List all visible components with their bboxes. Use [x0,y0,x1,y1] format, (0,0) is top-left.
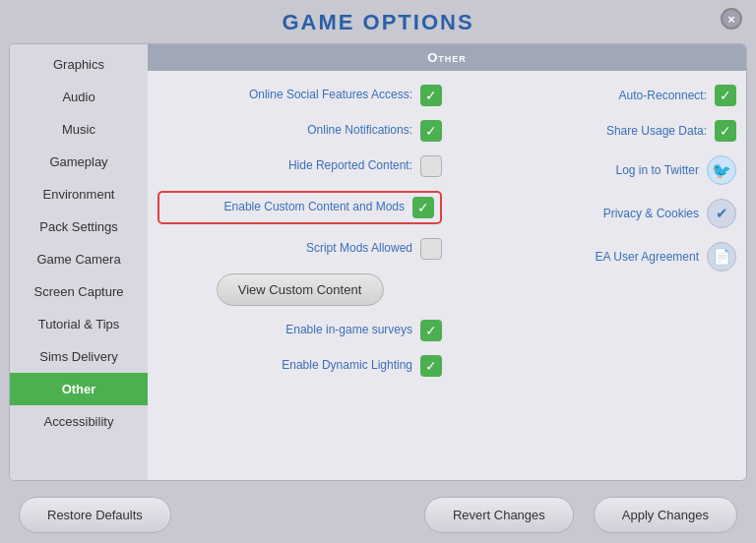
hide-reported-row: Hide Reported Content: [158,155,442,177]
online-notifications-label: Online Notifications: [307,123,412,139]
sidebar-item-sims-delivery[interactable]: Sims Delivery [10,340,148,373]
sidebar-item-environment[interactable]: Environment [10,178,148,211]
settings-grid: Online Social Features Access: ✓ Online … [148,71,746,480]
enable-custom-content-checkbox[interactable]: ✓ [412,197,434,218]
view-custom-content-button[interactable]: View Custom Content [217,273,384,306]
sidebar-item-graphics[interactable]: Graphics [10,48,148,81]
page-title: Game Options [282,10,473,35]
share-usage-row: Share Usage Data: ✓ [452,120,736,142]
hide-reported-checkbox[interactable] [420,155,442,177]
sidebar-item-game-camera[interactable]: Game Camera [10,243,148,275]
close-button[interactable]: × [721,8,742,30]
sidebar-item-music[interactable]: Music [10,113,148,146]
enable-custom-content-row: Enable Custom Content and Mods ✓ [158,191,442,224]
ingame-surveys-checkbox[interactable]: ✓ [420,320,442,341]
login-twitter-button[interactable]: 🐦 [707,155,736,185]
script-mods-label: Script Mods Allowed [306,241,412,257]
dynamic-lighting-label: Enable Dynamic Lighting [282,358,412,374]
ea-user-agreement-label: EA User Agreement [596,250,699,264]
apply-changes-button[interactable]: Apply Changes [594,497,737,533]
sidebar-item-accessibility[interactable]: Accessibility [10,405,148,438]
ingame-surveys-label: Enable in-game surveys [285,323,412,338]
online-social-checkbox[interactable]: ✓ [420,85,442,106]
share-usage-label: Share Usage Data: [606,124,707,138]
sidebar-item-pack-settings[interactable]: Pack Settings [10,211,148,243]
sidebar-item-other[interactable]: Other [10,373,148,405]
login-twitter-row: Log in to Twitter 🐦 [452,155,736,185]
enable-custom-content-label: Enable Custom Content and Mods [224,200,405,215]
main-container: Graphics Audio Music Gameplay Environmen… [9,43,747,481]
sidebar-item-gameplay[interactable]: Gameplay [10,146,148,178]
ea-user-agreement-button[interactable]: 📄 [707,242,736,272]
bottom-bar: Restore Defaults Revert Changes Apply Ch… [9,487,747,543]
hide-reported-label: Hide Reported Content: [288,158,412,174]
restore-defaults-button[interactable]: Restore Defaults [19,497,171,533]
share-usage-checkbox[interactable]: ✓ [715,120,736,142]
auto-reconnect-row: Auto-Reconnect: ✓ [452,85,736,106]
auto-reconnect-checkbox[interactable]: ✓ [715,85,736,106]
dynamic-lighting-checkbox[interactable]: ✓ [420,355,442,377]
left-column: Online Social Features Access: ✓ Online … [158,85,442,466]
content-area: Other Online Social Features Access: ✓ O… [148,44,746,480]
center-buttons: Revert Changes Apply Changes [424,497,737,533]
sidebar-item-screen-capture[interactable]: Screen Capture [10,275,148,308]
online-social-label: Online Social Features Access: [249,88,412,103]
sidebar-item-audio[interactable]: Audio [10,81,148,113]
online-notifications-row: Online Notifications: ✓ [158,120,442,142]
right-column: Auto-Reconnect: ✓ Share Usage Data: ✓ Lo… [452,85,736,466]
section-header: Other [148,44,746,71]
login-twitter-label: Log in to Twitter [616,163,700,177]
ingame-surveys-row: Enable in-game surveys ✓ [158,320,442,341]
ea-user-agreement-row: EA User Agreement 📄 [452,242,736,272]
revert-changes-button[interactable]: Revert Changes [424,497,574,533]
dynamic-lighting-row: Enable Dynamic Lighting ✓ [158,355,442,377]
title-bar: Game Options × [0,0,756,43]
script-mods-row: Script Mods Allowed [158,238,442,260]
sidebar-item-tutorial-tips[interactable]: Tutorial & Tips [10,308,148,340]
privacy-cookies-button[interactable]: ✔ [707,199,736,228]
privacy-cookies-row: Privacy & Cookies ✔ [452,199,736,228]
script-mods-checkbox[interactable] [420,238,442,260]
auto-reconnect-label: Auto-Reconnect: [619,89,707,102]
sidebar: Graphics Audio Music Gameplay Environmen… [10,44,148,480]
online-social-row: Online Social Features Access: ✓ [158,85,442,106]
privacy-cookies-label: Privacy & Cookies [603,207,699,220]
online-notifications-checkbox[interactable]: ✓ [420,120,442,142]
